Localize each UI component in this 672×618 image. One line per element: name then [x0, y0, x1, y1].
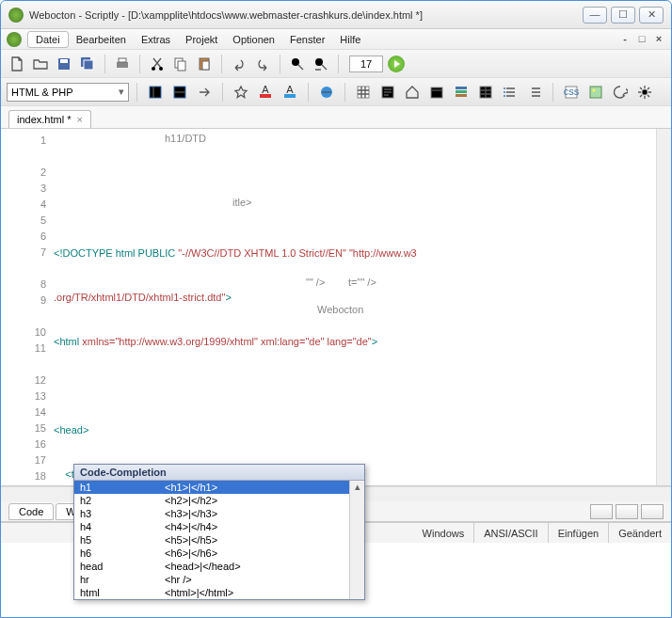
cc-item-html[interactable]: html<html>|</html>: [74, 586, 349, 599]
svg-point-34: [593, 88, 596, 91]
calendar-icon[interactable]: [426, 82, 447, 103]
save-button[interactable]: [54, 54, 74, 74]
browser-ie-button[interactable]: [316, 82, 337, 103]
toolbar-main: 17: [1, 50, 671, 78]
svg-point-30: [504, 95, 505, 97]
cc-item-h6[interactable]: h6<h6>|</h6>: [74, 547, 349, 560]
list-icon[interactable]: [500, 82, 520, 103]
run-button[interactable]: [386, 54, 407, 74]
doc-tab-label: index.html *: [17, 114, 71, 125]
svg-text:A: A: [286, 85, 294, 95]
ghost-text: Webocton: [317, 304, 363, 315]
undo-button[interactable]: [229, 54, 249, 74]
panel-toggle-1[interactable]: [145, 82, 166, 103]
svg-point-28: [504, 87, 505, 89]
mdi-close-icon[interactable]: ×: [652, 33, 665, 46]
paste-button[interactable]: [194, 54, 215, 74]
svg-rect-11: [202, 61, 209, 70]
new-file-button[interactable]: [7, 54, 27, 74]
menu-extras[interactable]: Extras: [134, 32, 178, 47]
close-button[interactable]: ✕: [639, 7, 664, 24]
grid-a-icon[interactable]: [353, 82, 374, 103]
editor[interactable]: 1 23 45 67 8 9 1011 12 1314 1516 1718 h1…: [1, 129, 671, 486]
svg-rect-1: [60, 59, 68, 63]
status-insert-mode: Einfügen: [549, 523, 609, 543]
svg-rect-4: [117, 62, 128, 68]
svg-rect-24: [456, 87, 467, 89]
svg-rect-23: [431, 87, 442, 98]
menu-datei[interactable]: Datei: [27, 31, 69, 48]
css-icon[interactable]: css: [561, 82, 582, 103]
view-mode-1[interactable]: [590, 504, 613, 519]
ghost-text: t="" />: [348, 277, 376, 288]
menubar: Datei Bearbeiten Extras Projekt Optionen…: [1, 29, 671, 50]
cc-item-hr[interactable]: hr<hr />: [74, 573, 349, 586]
goto-line-input[interactable]: 17: [349, 55, 383, 72]
app-window: Webocton - Scriptly - [D:\xampplite\htdo…: [0, 0, 672, 618]
cc-item-h3[interactable]: h3<h3>|</h3>: [74, 507, 349, 520]
svg-point-12: [292, 58, 299, 66]
svg-point-29: [504, 91, 505, 93]
menu-projekt[interactable]: Projekt: [178, 32, 225, 47]
copy-button[interactable]: [170, 54, 191, 74]
minimize-button[interactable]: —: [583, 7, 607, 24]
view-mode-3[interactable]: [641, 504, 664, 519]
mdi-minimize-icon[interactable]: -: [618, 33, 632, 46]
tab-code[interactable]: Code: [8, 503, 54, 520]
ordered-list-icon[interactable]: [524, 82, 545, 103]
code-completion-popup[interactable]: Code-Completion h1<h1>|</h1> h2<h2>|</h2…: [73, 464, 365, 600]
svg-text:css: css: [564, 86, 579, 97]
code-area[interactable]: h11/DTD itle> "" /> t="" /> Webocton <!D…: [54, 129, 671, 485]
cc-title: Code-Completion: [74, 465, 364, 481]
window-title: Webocton - Scriptly - [D:\xampplite\htdo…: [29, 9, 579, 21]
svg-rect-25: [456, 90, 467, 93]
home-icon[interactable]: [402, 82, 423, 103]
gear-icon[interactable]: [634, 82, 655, 103]
cc-list[interactable]: h1<h1>|</h1> h2<h2>|</h2> h3<h3>|</h3> h…: [74, 481, 349, 599]
ghost-text: h11/DTD: [165, 133, 206, 144]
titlebar[interactable]: Webocton - Scriptly - [D:\xampplite\htdo…: [1, 1, 671, 29]
panel-toggle-2[interactable]: [169, 82, 190, 103]
redo-button[interactable]: [252, 54, 273, 74]
svg-rect-21: [358, 87, 369, 98]
cc-scrollbar[interactable]: [349, 481, 364, 599]
cc-item-h2[interactable]: h2<h2>|</h2>: [74, 494, 349, 507]
cc-item-h1[interactable]: h1<h1>|</h1>: [74, 481, 349, 494]
palette-icon[interactable]: [610, 82, 631, 103]
image-icon[interactable]: [585, 82, 606, 103]
form-icon[interactable]: [377, 82, 398, 103]
language-mode-select[interactable]: HTML & PHP: [7, 83, 129, 102]
arrow-button[interactable]: [194, 82, 215, 103]
menu-view-icon[interactable]: [451, 82, 472, 103]
menu-fenster[interactable]: Fenster: [282, 32, 332, 47]
svg-rect-3: [84, 60, 93, 70]
svg-point-6: [152, 67, 155, 71]
status-encoding: ANSI/ASCII: [474, 523, 548, 543]
view-mode-2[interactable]: [616, 504, 638, 519]
app-icon: [8, 8, 24, 23]
search-button[interactable]: [287, 54, 308, 74]
color-a-button[interactable]: A: [255, 82, 276, 103]
cut-button[interactable]: [147, 54, 168, 74]
menu-bearbeiten[interactable]: Bearbeiten: [69, 32, 134, 47]
status-modified: Geändert: [609, 523, 671, 543]
cc-item-h5[interactable]: h5<h5>|</h5>: [74, 533, 349, 547]
color-b-button[interactable]: A: [280, 82, 300, 103]
toolbar-secondary: HTML & PHP A A css: [1, 78, 671, 106]
cc-item-head[interactable]: head<head>|</head>: [74, 560, 349, 573]
mdi-restore-icon[interactable]: □: [635, 33, 648, 46]
doc-tab-index[interactable]: index.html * ×: [8, 110, 91, 128]
favorites-button[interactable]: [231, 82, 251, 103]
scrollbar-vertical[interactable]: [656, 129, 671, 485]
close-tab-icon[interactable]: ×: [76, 114, 82, 125]
replace-button[interactable]: [311, 54, 331, 74]
table-icon[interactable]: [475, 82, 496, 103]
save-all-button[interactable]: [77, 54, 98, 74]
svg-text:A: A: [262, 85, 269, 95]
open-file-button[interactable]: [30, 54, 51, 74]
menu-optionen[interactable]: Optionen: [225, 32, 282, 47]
menu-hilfe[interactable]: Hilfe: [332, 32, 368, 47]
maximize-button[interactable]: ☐: [611, 7, 635, 24]
cc-item-h4[interactable]: h4<h4>|</h4>: [74, 520, 349, 533]
print-button[interactable]: [112, 54, 133, 74]
